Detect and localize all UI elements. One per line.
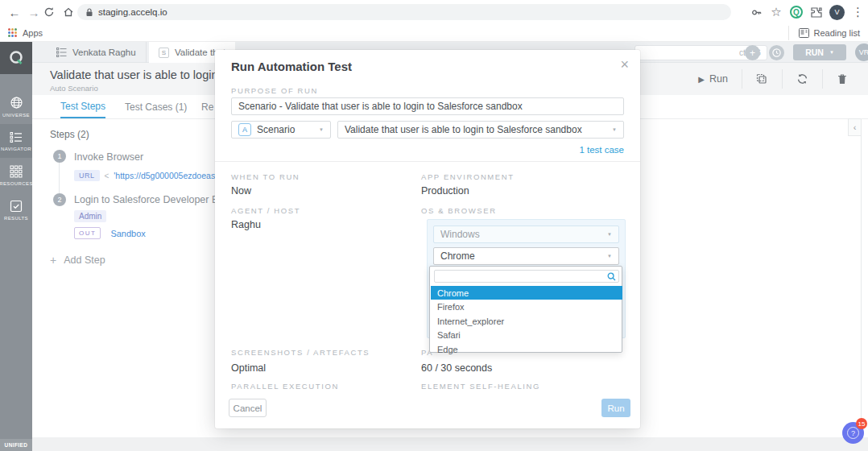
plus-icon: + xyxy=(750,48,755,59)
workspace-tab-venkata-raghu[interactable]: Venkata Raghu xyxy=(47,42,147,63)
clock-icon xyxy=(772,48,781,57)
dropdown-option-firefox[interactable]: Firefox xyxy=(431,300,622,314)
sidebar-item-results[interactable]: RESULTS xyxy=(0,192,32,227)
modal-run-button[interactable]: Run xyxy=(601,399,630,417)
url-text: staging.accelq.io xyxy=(98,7,167,17)
modal-title: Run Automation Test xyxy=(231,60,352,73)
user-avatar[interactable]: VR xyxy=(855,43,868,61)
out-chip[interactable]: OUT xyxy=(74,227,101,239)
entity-type-select[interactable]: A Scenario ▼ xyxy=(231,121,331,139)
step-number[interactable]: 1 xyxy=(53,150,66,163)
step-url-value: 'https://d5g000005ezdoeas-dev-ed.m xyxy=(114,171,216,180)
delete-button[interactable] xyxy=(822,69,862,89)
create-new-button[interactable]: + xyxy=(745,45,760,60)
reading-list[interactable]: Reading list xyxy=(788,26,860,40)
screenshots-artefacts-label: SCREENSHOTS / ARTEFACTS xyxy=(231,348,370,357)
back-icon[interactable]: ← xyxy=(5,6,24,19)
sidebar-label: NAVIGATOR xyxy=(1,147,31,151)
chevron-down-icon: ▼ xyxy=(607,232,612,237)
header-run-label: RUN xyxy=(805,48,824,57)
tab-results-truncated[interactable]: Re xyxy=(201,95,213,118)
tab-label: Test Cases (1) xyxy=(125,101,187,113)
when-to-run-value[interactable]: Now xyxy=(231,185,251,197)
question-mark-icon: ? xyxy=(847,427,859,439)
dropdown-option-internet-explorer[interactable]: Internet_explorer xyxy=(431,314,622,328)
step-number-text: 1 xyxy=(57,152,61,160)
os-select-value: Windows xyxy=(440,229,480,240)
scenario-a-icon: A xyxy=(238,123,251,136)
bottom-strip xyxy=(32,437,868,451)
reload-icon[interactable] xyxy=(43,6,63,18)
grid-icon xyxy=(10,165,23,178)
tab-test-cases[interactable]: Test Cases (1) xyxy=(125,95,187,118)
dropdown-option-safari[interactable]: Safari xyxy=(431,329,622,342)
dropdown-option-chrome[interactable]: Chrome xyxy=(431,286,622,300)
run-automation-test-modal: Run Automation Test × PURPOSE OF RUN A S… xyxy=(215,50,640,428)
os-select[interactable]: Windows ▼ xyxy=(433,226,619,243)
sidebar-unified[interactable]: UNIFIED xyxy=(0,439,32,451)
sidebar-label: UNIVERSE xyxy=(2,113,30,118)
add-step-button[interactable]: + Add Step xyxy=(50,254,105,267)
avatar-initials: VR xyxy=(859,48,868,56)
plus-icon: + xyxy=(50,254,56,267)
app-environment-value[interactable]: Production xyxy=(421,185,469,197)
key-icon[interactable] xyxy=(750,6,763,19)
sidebar-label: RESULTS xyxy=(4,216,28,221)
sidebar-item-resources[interactable]: RESOURCES xyxy=(0,158,32,192)
globe-icon xyxy=(10,96,23,110)
step-number-text: 2 xyxy=(57,196,61,204)
admin-chip[interactable]: Admin xyxy=(74,210,106,222)
browser-select[interactable]: Chrome ▼ xyxy=(433,247,619,265)
screenshots-artefacts-value[interactable]: Optimal xyxy=(231,362,266,374)
scenario-select[interactable]: Validate that user is able to login to S… xyxy=(337,121,624,139)
trash-icon xyxy=(837,73,848,85)
browser-menu-icon[interactable]: ⋮ xyxy=(852,5,862,19)
test-case-count-link[interactable]: 1 test case xyxy=(579,145,624,155)
sidebar-item-navigator[interactable]: NAVIGATOR xyxy=(0,124,32,158)
accelq-extension-icon[interactable]: Q xyxy=(790,6,803,19)
clone-button[interactable] xyxy=(742,69,782,89)
recent-history-button[interactable] xyxy=(769,45,784,60)
reading-list-label: Reading list xyxy=(814,28,860,38)
forward-icon[interactable]: → xyxy=(24,6,43,19)
tab-test-steps[interactable]: Test Steps xyxy=(60,95,105,118)
scenario-subtitle: Auto Scenario xyxy=(50,84,98,93)
extensions-puzzle-icon[interactable] xyxy=(810,6,822,19)
play-icon: ▶ xyxy=(698,75,705,84)
scenario-run-button[interactable]: ▶ Run xyxy=(684,69,742,89)
scenario-select-value: Validate that user is able to login to S… xyxy=(345,124,582,135)
dropdown-search-input[interactable] xyxy=(434,270,619,283)
chevron-down-icon: ▼ xyxy=(612,127,617,132)
purpose-of-run-input[interactable] xyxy=(231,97,624,115)
sidebar-item-universe[interactable]: UNIVERSE xyxy=(0,89,32,124)
dropdown-option-edge[interactable]: Edge xyxy=(431,342,622,356)
app-environment-label: APP ENVIRONMENT xyxy=(421,172,515,181)
apps-label[interactable]: Apps xyxy=(23,28,43,38)
chevron-down-icon: ▼ xyxy=(829,50,834,55)
header-run-button[interactable]: RUN ▼ xyxy=(793,44,846,60)
accelq-logo[interactable] xyxy=(0,42,32,74)
tab-label: Test Steps xyxy=(60,101,105,112)
step-number[interactable]: 2 xyxy=(53,193,66,206)
when-to-run-label: WHEN TO RUN xyxy=(231,172,300,181)
browser-toolbar: ← → staging.accelq.io ☆ Q V ⋮ xyxy=(0,0,868,24)
bookmark-star-icon[interactable]: ☆ xyxy=(770,5,783,19)
browser-dropdown: Chrome Firefox Internet_explorer Safari … xyxy=(429,266,622,353)
collapse-panel-button[interactable]: ‹ xyxy=(848,118,861,136)
purpose-of-run-label: PURPOSE OF RUN xyxy=(231,86,318,95)
browser-avatar[interactable]: V xyxy=(829,5,845,20)
agent-host-value[interactable]: Raghu xyxy=(231,219,261,230)
reading-list-icon xyxy=(799,28,809,38)
address-bar[interactable]: staging.accelq.io xyxy=(77,4,731,20)
workspace-tab-label: Venkata Raghu xyxy=(72,48,136,57)
apps-grid-icon[interactable] xyxy=(8,28,17,37)
step-title[interactable]: Invoke Browser xyxy=(74,151,143,163)
parallel-execution-label: PARALLEL EXECUTION xyxy=(231,382,339,391)
sync-button[interactable] xyxy=(782,69,822,89)
list-icon xyxy=(10,131,23,143)
step-url-row[interactable]: URL < 'https://d5g000005ezdoeas-dev-ed.m xyxy=(74,170,216,181)
timeout-value[interactable]: 60 / 30 seconds xyxy=(421,362,492,374)
sandbox-link[interactable]: Sandbox xyxy=(110,229,145,238)
cancel-button[interactable]: Cancel xyxy=(229,399,267,417)
close-icon[interactable]: × xyxy=(620,56,629,73)
